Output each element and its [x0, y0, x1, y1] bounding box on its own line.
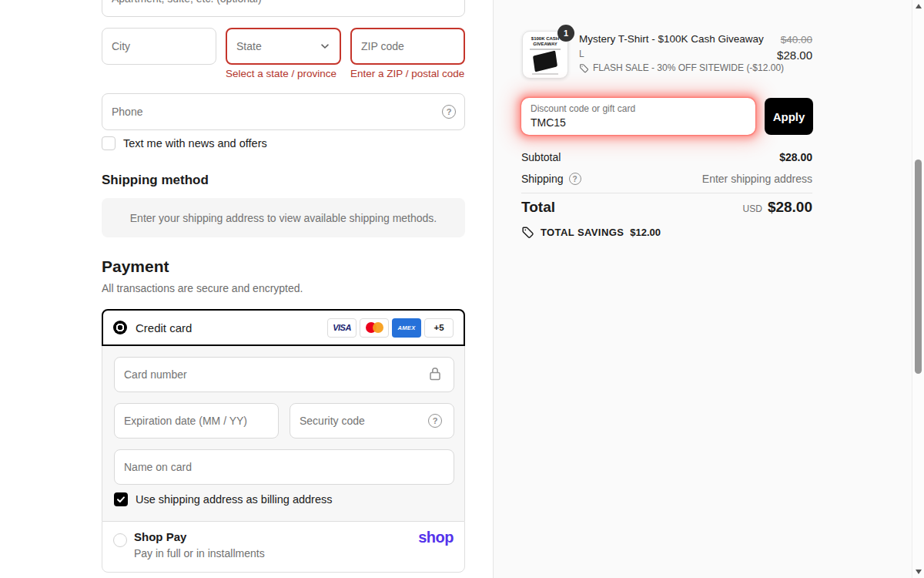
- security-code-help-icon[interactable]: ?: [428, 414, 442, 428]
- shipping-label: Shipping: [521, 173, 564, 185]
- page-scrollbar: [912, 0, 924, 578]
- product-price: $28.00: [777, 49, 812, 62]
- credit-card-label: Credit card: [136, 321, 192, 334]
- mastercard-orange-circle: [373, 322, 383, 333]
- sms-optin-label: Text me with news and offers: [123, 137, 267, 150]
- shipping-method-empty-box: Enter your shipping address to view avai…: [102, 198, 465, 237]
- phone-input[interactable]: [102, 93, 465, 130]
- savings-label: TOTAL SAVINGS: [541, 227, 624, 238]
- apartment-input[interactable]: [102, 0, 465, 17]
- total-row: Total USD $28.00: [521, 199, 812, 216]
- product-variant: L: [579, 49, 584, 59]
- product-compare-price: $40.00: [781, 34, 812, 45]
- shop-pay-logo: shop: [418, 529, 454, 546]
- more-brands-badge: +5: [424, 318, 454, 338]
- mastercard-icon: [360, 318, 389, 338]
- billing-address-label: Use shipping address as billing address: [136, 493, 333, 506]
- subtotal-value: $28.00: [779, 151, 812, 163]
- total-label: Total: [521, 199, 555, 216]
- name-on-card-input[interactable]: [114, 449, 454, 485]
- total-savings-row: TOTAL SAVINGS $12.00: [521, 226, 661, 239]
- discount-code-label: Discount code or gift card: [531, 103, 635, 114]
- savings-value: $12.00: [630, 227, 661, 238]
- billing-address-checkbox[interactable]: [114, 492, 128, 506]
- payment-heading: Payment: [102, 257, 169, 276]
- phone-help-icon[interactable]: ?: [442, 105, 456, 119]
- payment-methods: Credit card VISA AMEX +5: [102, 309, 465, 573]
- apply-button[interactable]: Apply: [765, 98, 813, 135]
- shipping-method-heading: Shipping method: [102, 173, 209, 188]
- address-form: State Select a state / province Enter a …: [102, 0, 465, 578]
- city-input[interactable]: [102, 28, 216, 65]
- zip-input[interactable]: [350, 28, 465, 65]
- credit-card-fields: ? Use shipping address as billing addres…: [102, 346, 465, 521]
- credit-card-option[interactable]: Credit card VISA AMEX +5: [102, 309, 465, 346]
- amex-icon: AMEX: [392, 318, 421, 338]
- card-number-input[interactable]: [114, 357, 454, 392]
- thumbnail-box-graphic: [533, 50, 557, 72]
- tag-icon: [579, 63, 589, 73]
- shop-pay-label: Shop Pay: [134, 530, 186, 543]
- billing-address-row: Use shipping address as billing address: [114, 492, 333, 506]
- scroll-down-arrow[interactable]: [916, 570, 922, 574]
- card-brand-icons: VISA AMEX +5: [327, 318, 454, 338]
- expiration-input[interactable]: [114, 403, 279, 439]
- savings-tag-icon: [521, 226, 534, 239]
- shipping-method-empty-message: Enter your shipping address to view avai…: [130, 212, 437, 224]
- product-discount-note: FLASH SALE - 30% OFF SITEWIDE (-$12.00): [579, 62, 784, 73]
- sms-optin-checkbox[interactable]: [102, 136, 116, 150]
- lock-icon: [428, 366, 442, 381]
- checkmark-icon: [116, 495, 126, 504]
- visa-icon: VISA: [327, 318, 357, 338]
- product-discount-note-text: FLASH SALE - 30% OFF SITEWIDE (-$12.00): [593, 62, 784, 73]
- subtotal-row: Subtotal $28.00: [521, 151, 812, 163]
- checkout-form-column: State Select a state / province Enter a …: [0, 0, 493, 578]
- currency-code: USD: [743, 203, 762, 214]
- chevron-down-icon: [320, 41, 330, 52]
- product-title: Mystery T-Shirt - $100K Cash Giveaway: [579, 33, 764, 45]
- discount-code-input[interactable]: Discount code or gift card TMC15: [521, 98, 755, 135]
- state-select-label: State: [236, 40, 262, 52]
- sms-optin-row: Text me with news and offers: [102, 136, 267, 150]
- shop-pay-option[interactable]: Shop Pay Pay in full or in installments …: [102, 521, 465, 573]
- total-value: $28.00: [768, 199, 812, 216]
- thumbnail-subline: [530, 49, 560, 50]
- subtotal-label: Subtotal: [521, 151, 561, 163]
- shipping-row: Shipping ? Enter shipping address: [521, 173, 812, 185]
- state-select[interactable]: State: [226, 28, 341, 65]
- shop-pay-radio[interactable]: [113, 533, 127, 547]
- discount-code-value: TMC15: [531, 116, 566, 129]
- product-thumbnail: $100K CASH GIVEAWAY 1: [522, 31, 568, 79]
- totals-divider: [521, 193, 812, 193]
- state-error-text: Select a state / province: [226, 68, 336, 79]
- payment-subheading: All transactions are secure and encrypte…: [102, 282, 303, 294]
- zip-error-text: Enter a ZIP / postal code: [350, 68, 464, 79]
- shipping-help-icon[interactable]: ?: [569, 173, 581, 185]
- shop-pay-description: Pay in full or in installments: [134, 547, 265, 560]
- shipping-value: Enter shipping address: [702, 173, 812, 185]
- scrollbar-thumb[interactable]: [915, 160, 922, 374]
- scroll-up-arrow[interactable]: [916, 4, 922, 8]
- order-summary-panel: $100K CASH GIVEAWAY 1 Mystery T-Shirt - …: [493, 0, 912, 578]
- thumbnail-baseline: [532, 73, 558, 75]
- quantity-badge: 1: [557, 25, 574, 42]
- credit-card-radio[interactable]: [113, 321, 127, 334]
